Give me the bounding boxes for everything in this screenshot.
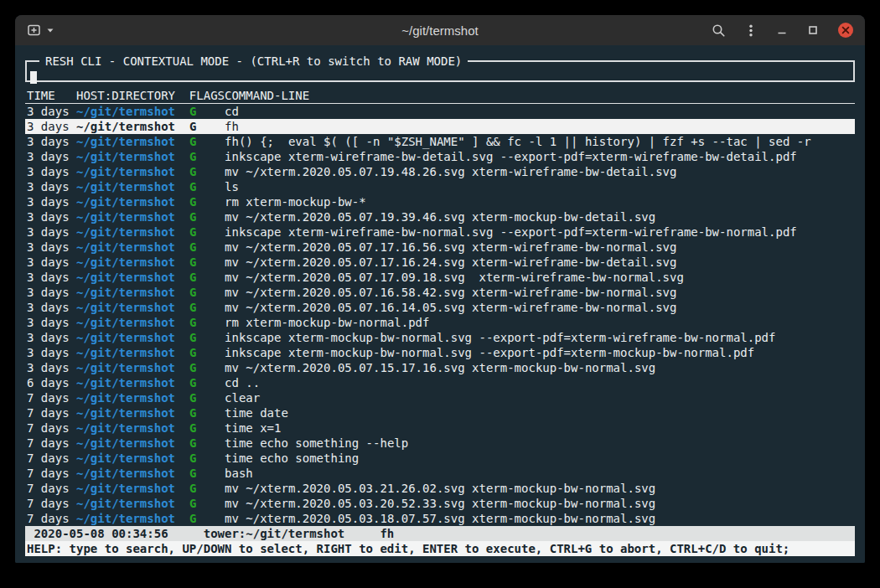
row-flags: G <box>189 271 225 284</box>
restore-button[interactable] <box>807 24 819 36</box>
row-time: 6 days <box>27 376 76 389</box>
row-flags: G <box>189 391 225 405</box>
history-row[interactable]: 3 days ~/git/termshot G ls <box>25 179 855 194</box>
history-row[interactable]: 3 days ~/git/termshot G inkscape xterm-m… <box>25 345 855 360</box>
row-host: ~/git/termshot <box>76 361 189 374</box>
tab-chooser-chevron-icon[interactable] <box>44 24 56 36</box>
history-row[interactable]: 7 days ~/git/termshot G mv ~/xterm.2020.… <box>25 511 855 526</box>
history-row[interactable]: 3 days ~/git/termshot G inkscape xterm-w… <box>25 149 855 164</box>
row-flags: G <box>189 451 225 465</box>
row-time: 7 days <box>27 512 76 525</box>
history-row[interactable]: 3 days ~/git/termshot G cd <box>25 104 855 119</box>
row-cmd: inkscape xterm-mockup-bw-normal.svg --ex… <box>225 346 754 359</box>
titlebar-right-group <box>712 23 853 38</box>
row-flags: G <box>189 482 225 495</box>
row-cmd: mv ~/xterm.2020.05.07.16.58.42.svg xterm… <box>225 286 676 299</box>
row-host: ~/git/termshot <box>76 135 189 148</box>
row-cmd: inkscape xterm-wireframe-bw-detail.svg -… <box>225 150 797 163</box>
row-flags: G <box>189 105 225 118</box>
row-flags: G <box>189 225 225 239</box>
row-cmd: mv ~/xterm.2020.05.03.20.52.33.svg xterm… <box>225 497 655 510</box>
history-row[interactable]: 7 days ~/git/termshot G clear <box>25 390 855 405</box>
new-tab-button[interactable] <box>27 23 42 37</box>
row-cmd: ls <box>225 180 239 193</box>
history-row[interactable]: 3 days ~/git/termshot G mv ~/xterm.2020.… <box>25 360 855 375</box>
row-time: 7 days <box>27 451 76 465</box>
row-flags: G <box>189 406 225 420</box>
row-cmd: time echo something <box>225 451 359 465</box>
row-cmd: mv ~/xterm.2020.05.07.19.48.26.svg xterm… <box>225 165 676 178</box>
row-flags: G <box>189 421 225 435</box>
terminal-screen[interactable]: RESH CLI - CONTEXTUAL MODE - (CTRL+R to … <box>15 45 865 563</box>
row-time: 3 days <box>27 165 76 178</box>
row-cmd: mv ~/xterm.2020.05.07.17.09.18.svg xterm… <box>225 271 684 284</box>
history-row[interactable]: 7 days ~/git/termshot G bash <box>25 466 855 481</box>
row-host: ~/git/termshot <box>76 225 189 239</box>
row-time: 3 days <box>27 271 76 284</box>
row-time: 7 days <box>27 391 76 405</box>
history-row-selected[interactable]: 3 days ~/git/termshot G fh <box>25 119 855 134</box>
row-flags: G <box>189 195 225 209</box>
row-host: ~/git/termshot <box>76 391 189 405</box>
history-row[interactable]: 3 days ~/git/termshot G rm xterm-mockup-… <box>25 315 855 330</box>
row-time: 3 days <box>27 316 76 329</box>
row-flags: G <box>189 150 225 163</box>
history-row[interactable]: 3 days ~/git/termshot G rm xterm-mockup-… <box>25 194 855 209</box>
row-host: ~/git/termshot <box>76 210 189 224</box>
titlebar-left-group <box>27 23 56 37</box>
minimize-button[interactable] <box>776 24 788 36</box>
search-icon[interactable] <box>712 23 726 38</box>
row-host: ~/git/termshot <box>76 512 189 525</box>
terminal-window: ~/git/termshot <box>15 15 865 563</box>
history-row[interactable]: 3 days ~/git/termshot G mv ~/xterm.2020.… <box>25 209 855 224</box>
row-flags: G <box>189 135 225 148</box>
row-cmd: mv ~/xterm.2020.05.07.16.14.05.svg xterm… <box>225 301 676 314</box>
row-cmd: cd .. <box>225 376 260 389</box>
history-row[interactable]: 3 days ~/git/termshot G inkscape xterm-m… <box>25 330 855 345</box>
history-row[interactable]: 3 days ~/git/termshot G mv ~/xterm.2020.… <box>25 164 855 179</box>
history-row[interactable]: 7 days ~/git/termshot G time echo someth… <box>25 436 855 451</box>
text-cursor <box>30 71 37 84</box>
row-time: 3 days <box>27 135 76 148</box>
row-time: 3 days <box>27 225 76 239</box>
history-row[interactable]: 6 days ~/git/termshot G cd .. <box>25 375 855 390</box>
history-row[interactable]: 7 days ~/git/termshot G mv ~/xterm.2020.… <box>25 496 855 511</box>
history-row[interactable]: 3 days ~/git/termshot G mv ~/xterm.2020.… <box>25 240 855 255</box>
row-cmd: cd <box>225 105 239 118</box>
row-host: ~/git/termshot <box>76 451 189 465</box>
history-header: TIME HOST:DIRECTORY FLAGSCOMMAND-LINE <box>25 88 855 104</box>
row-cmd: fh() {; eval $( ([ -n "$ZSH_NAME" ] && f… <box>225 135 811 148</box>
row-host: ~/git/termshot <box>76 497 189 510</box>
row-flags: G <box>189 120 225 133</box>
row-flags: G <box>189 331 225 344</box>
row-host: ~/git/termshot <box>76 105 189 118</box>
row-flags: G <box>189 376 225 389</box>
history-row[interactable]: 3 days ~/git/termshot G inkscape xterm-w… <box>25 224 855 240</box>
row-flags: G <box>189 240 225 254</box>
row-time: 3 days <box>27 195 76 209</box>
history-row[interactable]: 7 days ~/git/termshot G time echo someth… <box>25 451 855 466</box>
row-cmd: mv ~/xterm.2020.05.03.18.07.57.svg xterm… <box>225 512 655 525</box>
row-cmd: mv ~/xterm.2020.05.07.19.39.46.svg xterm… <box>225 210 655 224</box>
row-cmd: mv ~/xterm.2020.05.07.17.16.24.svg xterm… <box>225 255 676 269</box>
history-row[interactable]: 7 days ~/git/termshot G mv ~/xterm.2020.… <box>25 481 855 496</box>
history-row[interactable]: 7 days ~/git/termshot G time date <box>25 405 855 420</box>
row-time: 3 days <box>27 286 76 299</box>
row-cmd: inkscape xterm-wireframe-bw-normal.svg -… <box>225 225 797 239</box>
history-row[interactable]: 3 days ~/git/termshot G mv ~/xterm.2020.… <box>25 285 855 300</box>
row-cmd: time date <box>225 406 288 420</box>
close-button[interactable] <box>838 23 853 38</box>
titlebar[interactable]: ~/git/termshot <box>15 15 865 46</box>
history-row[interactable]: 3 days ~/git/termshot G mv ~/xterm.2020.… <box>25 300 855 315</box>
menu-kebab-icon[interactable] <box>745 23 757 38</box>
row-flags: G <box>189 361 225 374</box>
history-row[interactable]: 3 days ~/git/termshot G mv ~/xterm.2020.… <box>25 270 855 285</box>
plus-in-square-icon <box>27 23 42 37</box>
history-row[interactable]: 7 days ~/git/termshot G time x=1 <box>25 420 855 436</box>
search-box[interactable]: RESH CLI - CONTEXTUAL MODE - (CTRL+R to … <box>25 54 855 82</box>
history-row[interactable]: 3 days ~/git/termshot G mv ~/xterm.2020.… <box>25 255 855 270</box>
row-host: ~/git/termshot <box>76 331 189 344</box>
row-host: ~/git/termshot <box>76 406 189 420</box>
row-host: ~/git/termshot <box>76 180 189 193</box>
history-row[interactable]: 3 days ~/git/termshot G fh() {; eval $( … <box>25 134 855 149</box>
